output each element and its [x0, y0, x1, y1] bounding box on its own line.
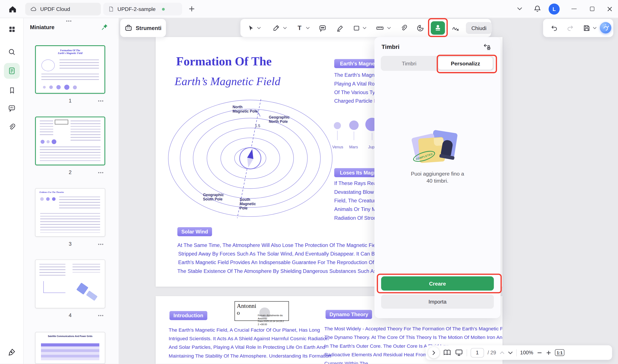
page-thumbnail-3[interactable]: Evidence For The Theories	[35, 188, 105, 237]
page-thumbnail-1[interactable]: Formation Of The Earth's Magnetic Field	[35, 45, 105, 94]
avatar[interactable]: L	[549, 4, 560, 14]
stamp-tool-button[interactable]	[431, 21, 445, 35]
reading-mode-icon[interactable]	[443, 348, 451, 357]
zoom-in-icon[interactable]	[546, 350, 551, 355]
custom-stamp-icon[interactable]	[482, 42, 492, 52]
pin-icon[interactable]	[101, 23, 108, 31]
edit-tool-icon[interactable]	[272, 24, 280, 32]
thumb-title: Formation Of The	[36, 49, 105, 52]
maximize-button[interactable]	[590, 7, 594, 11]
zoom-level-label: 100%	[520, 350, 533, 356]
thumbnail-more-icon[interactable]	[98, 315, 103, 316]
thumbnail-content	[40, 197, 55, 201]
actual-size-button[interactable]: 1:1	[555, 349, 564, 356]
redo-icon[interactable]	[566, 24, 574, 32]
shape-tool-icon[interactable]	[352, 24, 360, 32]
search-icon[interactable]	[4, 44, 20, 60]
diagram-label-north-pole: NorthMagnetic Pole	[233, 105, 258, 113]
measure-tool-chevron-icon[interactable]	[387, 27, 391, 29]
presentation-mode-icon[interactable]	[455, 348, 463, 357]
undo-icon[interactable]	[550, 24, 558, 32]
chevron-down-icon[interactable]	[517, 7, 522, 10]
app-window: UPDF Cloud UPDF-2-sample L	[0, 0, 618, 364]
thumb-title: Evidence For The Theories	[35, 189, 105, 193]
thumbnail-content	[71, 120, 101, 141]
tab-timbri[interactable]: Timbri	[381, 60, 437, 66]
sticker-tool-icon[interactable]	[416, 24, 424, 32]
bookmark-icon[interactable]	[4, 82, 20, 98]
strumenti-button[interactable]: Strumenti	[120, 19, 166, 37]
page-thumbnail-5[interactable]: Satellite Communications And Power Grids	[35, 332, 105, 364]
thumb-title: Satellite Communications And Power Grids	[35, 332, 105, 338]
thumbnail-more-icon[interactable]	[98, 244, 103, 245]
doc-text-line: Maintaining The Stability Of The Atmosph…	[169, 353, 331, 359]
stamp-icon	[434, 24, 442, 32]
ai-assistant-icon[interactable]	[600, 22, 611, 33]
panel-title: Miniature	[30, 24, 55, 30]
apps-grid-icon[interactable]	[4, 21, 20, 37]
new-tab-button[interactable]	[188, 6, 195, 12]
highlighter-tool-icon[interactable]	[336, 24, 344, 32]
section-badge: Introduction	[169, 311, 207, 320]
signature-tool-icon[interactable]	[452, 24, 460, 32]
left-rail	[0, 18, 24, 364]
measure-tool-icon[interactable]	[376, 24, 384, 32]
diagram-label-south-pole: SouthMagneticPole	[240, 197, 256, 210]
notification-bell-icon[interactable]	[533, 5, 542, 13]
thumbnail-content	[40, 120, 53, 136]
home-icon[interactable]	[8, 4, 17, 14]
unsaved-dot	[162, 8, 165, 11]
divider	[516, 349, 517, 356]
attachments-panel-icon[interactable]	[4, 119, 20, 135]
thumbnail-content	[55, 120, 68, 124]
edit-tool-chevron-icon[interactable]	[283, 27, 287, 29]
panel-drag-handle[interactable]	[66, 21, 71, 22]
tab-personalizza[interactable]: Personalizz	[438, 57, 493, 70]
thumbnail-content	[59, 59, 99, 70]
next-page-icon[interactable]	[508, 351, 513, 354]
text-tool-chevron-icon[interactable]	[306, 27, 310, 29]
chiudi-button[interactable]: Chiudi	[466, 22, 492, 34]
zoom-out-icon[interactable]	[537, 350, 542, 355]
strumenti-icon	[125, 24, 133, 32]
shape-tool-chevron-icon[interactable]	[363, 27, 367, 29]
thumbnails-panel-icon[interactable]	[4, 63, 20, 79]
select-tool-chevron-icon[interactable]	[257, 27, 261, 29]
doc-text-line: The Dynamo Theory. At The Core Of This T…	[324, 335, 503, 340]
tab-updf-cloud[interactable]: UPDF Cloud	[25, 3, 101, 15]
page-number-label: 4	[35, 312, 105, 318]
planet-label: Mars	[349, 145, 358, 149]
page-number-input[interactable]	[471, 348, 484, 357]
planet-label: Venus	[332, 145, 343, 149]
thumbnail-content	[76, 283, 88, 295]
stamps-hint-line2: 40 timbri.	[374, 178, 501, 184]
tab-label: UPDF Cloud	[40, 6, 70, 12]
thumbnails-panel: Miniature Formation Of The Earth's Magne…	[24, 18, 119, 364]
digital-signature-box[interactable]: Antonnio Firmato digitalmente da: Antonn…	[234, 301, 289, 321]
text-tool-icon[interactable]: T	[296, 24, 304, 32]
main-toolbar: T	[240, 19, 491, 37]
page-thumbnail-2[interactable]	[35, 117, 105, 166]
thumbnail-more-icon[interactable]	[98, 172, 103, 173]
save-chevron-icon[interactable]	[593, 27, 597, 29]
signature-pen-icon[interactable]	[4, 344, 20, 360]
page-thumbnail-4[interactable]	[35, 260, 105, 308]
create-stamp-button[interactable]: Creare	[381, 276, 494, 290]
close-button[interactable]	[607, 6, 613, 12]
select-tool-icon[interactable]	[247, 24, 255, 32]
minimize-button[interactable]	[571, 9, 577, 9]
stamps-hint-line1: Puoi aggiungere fino a	[374, 171, 501, 177]
file-icon	[108, 6, 114, 12]
comments-panel-icon[interactable]	[4, 100, 20, 116]
thumbnail-content	[86, 290, 98, 301]
comment-tool-icon[interactable]	[318, 24, 326, 32]
divider	[467, 349, 467, 356]
expand-toolbar-icon[interactable]	[428, 347, 439, 358]
save-icon[interactable]	[583, 24, 591, 32]
tab-updf-2-sample[interactable]: UPDF-2-sample	[103, 3, 182, 15]
thumbnail-more-icon[interactable]	[98, 100, 103, 101]
import-stamp-button[interactable]: Importa	[381, 295, 494, 309]
attachment-tool-icon[interactable]	[399, 24, 408, 32]
previous-page-icon[interactable]	[500, 351, 504, 354]
page-number-label: 1	[35, 98, 105, 104]
